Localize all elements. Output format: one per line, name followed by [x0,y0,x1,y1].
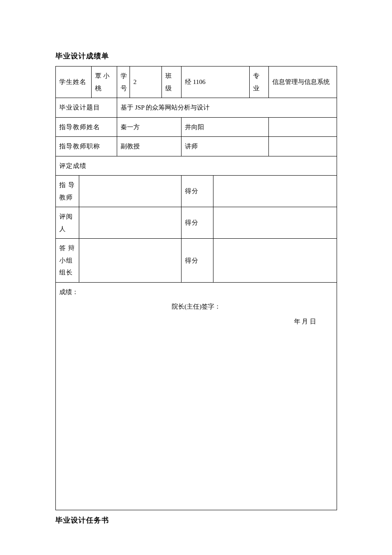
value-topic: 基于 JSP 的众筹网站分析与设计 [117,98,337,118]
sign-block: 成绩： 院长(主任)签字： 年 月 日 [56,282,337,510]
value-score-advisor [213,176,337,207]
value-major: 信息管理与信息系统 [269,66,337,98]
sign-grade-label: 成绩： [59,286,333,298]
grade-table: 学生姓名 覃 小桃 学号 2 班级 经 1106 专业 信息管理与信息系统 毕业… [55,66,337,510]
row-advisor-title: 指导教师职称 副教授 讲师 [56,137,337,156]
label-advisor-title: 指导教师职称 [56,137,117,156]
value-advisor3 [269,117,337,137]
value-student-id: 2 [130,66,162,98]
value-student-name: 覃 小桃 [92,66,117,98]
row-topic: 毕业设计题目 基于 JSP 的众筹网站分析与设计 [56,98,337,118]
value-advisor1: 秦一方 [117,117,182,137]
page-title-bottom: 毕业设计任务书 [55,515,337,525]
label-student-name: 学生姓名 [56,66,92,98]
value-class: 经 1106 [182,66,250,98]
value-title2: 讲师 [182,137,269,156]
row-score-defense: 答 辩 小组组长 得分 [56,239,337,283]
label-class: 班级 [162,66,182,98]
value-score-reviewer [213,207,337,239]
label-score-defense: 答 辩 小组组长 [56,239,79,283]
value-reviewer-sign [79,207,182,239]
label-topic: 毕业设计题目 [56,98,117,118]
value-title3 [269,137,337,156]
value-title1: 副教授 [117,137,182,156]
sign-date-label: 年 月 日 [59,315,333,328]
row-score-reviewer: 评阅人 得分 [56,207,337,239]
row-eval-header: 评定成绩 [56,156,337,176]
value-advisor2: 井向阳 [182,117,269,137]
value-advisor-sign [79,176,182,207]
label-score-advisor: 指 导教师 [56,176,79,207]
sign-empty-space [59,327,333,506]
label-major: 专业 [250,66,269,98]
label-student-id: 学号 [117,66,130,98]
row-advisor-name: 指导教师姓名 秦一方 井向阳 [56,117,337,137]
value-score-defense [213,239,337,283]
label-score-2: 得分 [182,207,213,239]
label-score-reviewer: 评阅人 [56,207,79,239]
row-sign-block: 成绩： 院长(主任)签字： 年 月 日 [56,282,337,510]
page-title-top: 毕业设计成绩单 [55,51,337,61]
label-score-1: 得分 [182,176,213,207]
row-student: 学生姓名 覃 小桃 学号 2 班级 经 1106 专业 信息管理与信息系统 [56,66,337,98]
page: 毕业设计成绩单 学生姓名 覃 小桃 学号 2 班级 经 1106 专业 信息管理… [0,0,392,555]
value-defense-sign [79,239,182,283]
label-score-3: 得分 [182,239,213,283]
label-advisor-name: 指导教师姓名 [56,117,117,137]
label-eval: 评定成绩 [56,156,337,176]
sign-dean-label: 院长(主任)签字： [59,301,333,313]
row-score-advisor: 指 导教师 得分 [56,176,337,207]
